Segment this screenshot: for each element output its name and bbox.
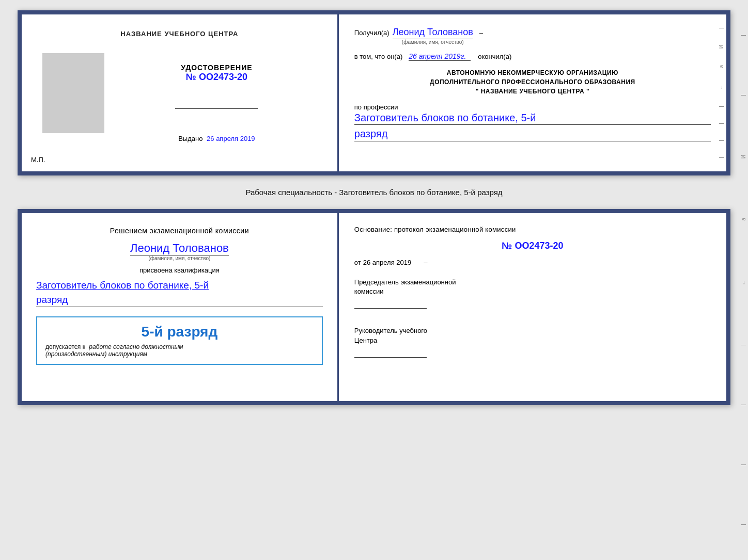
vydano-date: 26 апреля 2019 [207,135,255,142]
org-line3: " НАЗВАНИЕ УЧЕБНОГО ЦЕНТРА " [354,87,711,96]
osnov-title: Основание: протокол экзаменационной коми… [354,226,711,233]
mp-label: М.П. [31,156,45,164]
profession-block: по профессии Заготовитель блоков по бота… [354,103,711,141]
razryad-top: разряд [354,128,711,141]
separator-text: Рабочая специальность - Заготовитель бло… [245,185,502,200]
proto-number: № OO2473-20 [354,241,711,251]
director-block: Руководитель учебного Центра [354,326,711,357]
right-edge-decor-bottom: И а ← [739,0,748,560]
ruk-label: Руководитель учебного Центра [354,326,711,345]
razryad-bottom: разряд [36,294,323,307]
top-cert-right: Получил(а) Леонид Толованов (фамилия, им… [339,14,726,171]
vtom-line: в том, что он(а) 26 апреля 2019г. окончи… [354,52,711,61]
fio-sub-bottom: (фамилия, имя, отчество) [149,255,211,261]
decision-name: Леонид Толованов [130,242,229,255]
poluchil-prefix: Получил(а) [354,29,389,37]
bottom-cert-right: Основание: протокол экзаменационной коми… [339,213,726,401]
photo-placeholder [42,53,104,133]
chairman-label: Председатель экзаменационной комиссии [354,278,711,296]
vtom-date: 26 апреля 2019г. [409,52,471,61]
udost-label: УДОСТОВЕРЕНИЕ [181,63,252,72]
org-block: АВТОНОМНУЮ НЕКОММЕРЧЕСКУЮ ОРГАНИЗАЦИЮ ДО… [354,68,711,96]
udost-block: УДОСТОВЕРЕНИЕ № OO2473-20 [181,63,252,83]
org-line1: АВТОНОМНУЮ НЕКОММЕРЧЕСКУЮ ОРГАНИЗАЦИЮ [354,68,711,77]
org-line2: ДОПОЛНИТЕЛЬНОГО ПРОФЕССИОНАЛЬНОГО ОБРАЗО… [354,77,711,87]
udost-number: № OO2473-20 [181,72,252,83]
top-cert-left: НАЗВАНИЕ УЧЕБНОГО ЦЕНТРА УДОСТОВЕРЕНИЕ №… [22,14,339,171]
bottom-cert-left: Решением экзаменационной комиссии Леонид… [22,213,339,401]
stamp-box: 5-й разряд допускается к работе согласно… [36,316,323,365]
po-professii: по профессии [354,103,398,111]
top-certificate: НАЗВАНИЕ УЧЕБНОГО ЦЕНТРА УДОСТОВЕРЕНИЕ №… [18,10,730,175]
vydano-line: Выдано 26 апреля 2019 [178,135,255,142]
ot-date: 26 апреля 2019 [363,259,412,266]
vtom-prefix: в том, что он(а) [354,53,402,60]
chairman-sig-line [354,299,427,309]
recipient-name: Леонид Толованов [393,27,473,39]
profession-text: Заготовитель блоков по ботанике, 5-й [354,111,711,125]
stamp-big-text: 5-й разряд [45,324,314,340]
qualification-text: Заготовитель блоков по ботанике, 5-й [36,280,209,291]
stamp-dopuskaetsya: допускается к работе согласно должностны… [45,343,314,358]
bottom-certificate: Решением экзаменационной комиссии Леонид… [18,209,730,405]
top-cert-title: НАЗВАНИЕ УЧЕБНОГО ЦЕНТРА [120,30,238,38]
chairman-block: Председатель экзаменационной комиссии [354,278,711,309]
right-edge-decor: И а ← [717,14,726,171]
ot-prefix: от [354,259,361,266]
ruk-sig-line [354,348,427,358]
okonchil: окончил(а) [478,53,511,60]
ot-line: от 26 апреля 2019 – [354,259,711,266]
qualification-block: Заготовитель блоков по ботанике, 5-й раз… [36,279,323,307]
stamp-rabote: работе согласно должностным [89,343,183,350]
decision-title: Решением экзаменационной комиссии [36,226,323,236]
prisvoena-text: присвоена квалификация [36,266,323,274]
vydano-label: Выдано [178,135,202,142]
fio-sub-top: (фамилия, имя, отчество) [402,39,464,45]
dash-bottom: – [424,259,427,266]
dash-top: – [479,29,483,37]
stamp-instruktsiyam: (производственным) инструкциям [45,350,314,358]
